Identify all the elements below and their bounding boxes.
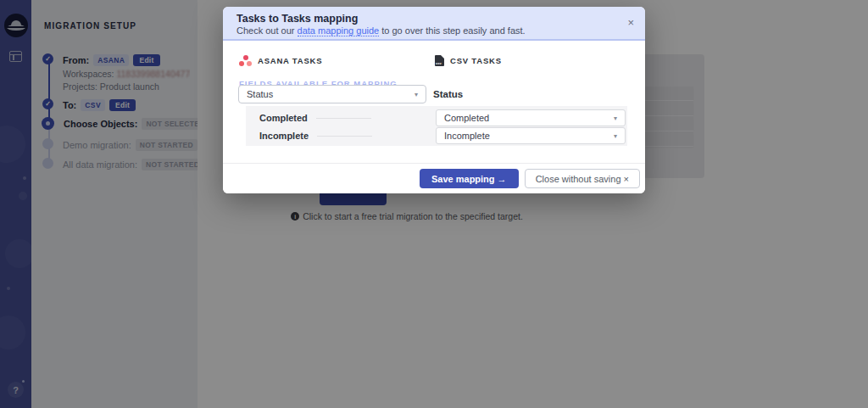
target-value-select[interactable]: Incomplete ▾ xyxy=(436,127,626,144)
chevron-down-icon: ▾ xyxy=(614,115,617,122)
asana-logo-icon xyxy=(239,55,252,66)
close-without-saving-button[interactable]: Close without saving × xyxy=(525,169,640,188)
source-field-value: Status xyxy=(247,89,273,99)
source-value-label: Completed xyxy=(259,113,308,123)
mapping-connector-line xyxy=(316,118,372,119)
chevron-down-icon: ▾ xyxy=(614,132,617,140)
modal-header: Tasks to Tasks mapping Check out our dat… xyxy=(223,7,645,41)
modal-title: Tasks to Tasks mapping xyxy=(236,13,632,25)
target-field-label: Status xyxy=(433,89,463,99)
mapping-modal: Tasks to Tasks mapping Check out our dat… xyxy=(223,7,645,193)
mapping-row: Completed Completed ▾ xyxy=(259,109,626,126)
mapping-values-panel: Completed Completed ▾ Incomplete Incompl… xyxy=(246,106,627,146)
target-column-header: csv CSV TASKS xyxy=(435,55,502,66)
modal-subtitle: Check out our data mapping guide to go o… xyxy=(236,25,632,36)
target-column-label: CSV TASKS xyxy=(450,56,502,65)
chevron-down-icon: ▾ xyxy=(415,91,418,98)
target-value-select[interactable]: Completed ▾ xyxy=(436,109,626,126)
save-mapping-button[interactable]: Save mapping → xyxy=(420,169,519,188)
mapping-connector-line xyxy=(317,136,372,137)
target-value: Incomplete xyxy=(444,131,490,141)
csv-file-icon: csv xyxy=(435,55,444,66)
close-icon[interactable]: × xyxy=(627,17,634,28)
target-value: Completed xyxy=(444,113,489,123)
source-column-header: ASANA TASKS xyxy=(239,55,322,66)
source-field-select[interactable]: Status ▾ xyxy=(238,85,426,103)
data-mapping-guide-link[interactable]: data mapping guide xyxy=(298,25,380,36)
mapping-row: Incomplete Incomplete ▾ xyxy=(259,127,626,144)
source-value-label: Incomplete xyxy=(259,131,309,141)
source-column-label: ASANA TASKS xyxy=(258,56,322,65)
modal-footer: Save mapping → Close without saving × xyxy=(223,163,645,193)
